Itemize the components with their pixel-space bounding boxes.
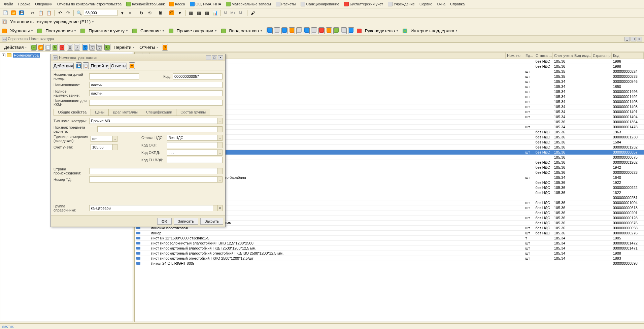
- select-td[interactable]: ...: [89, 176, 223, 183]
- menu-org[interactable]: Учреждение: [386, 1, 417, 7]
- tb11[interactable]: [341, 27, 347, 34]
- calc-button[interactable]: 🖩: [157, 9, 164, 16]
- info-button[interactable]: ⓘ: [168, 9, 175, 16]
- other-ops-button[interactable]: Прочие операции: [175, 28, 218, 34]
- dialog-minimize[interactable]: _: [206, 55, 211, 60]
- select-unit[interactable]: шт...: [91, 136, 117, 142]
- refresh-button[interactable]: ↻: [138, 9, 145, 16]
- menu-sanction[interactable]: Санкционирование: [299, 1, 341, 7]
- tab-specs[interactable]: Спецификации: [142, 109, 176, 116]
- dialog-help[interactable]: ?: [129, 62, 135, 69]
- add-folder-button[interactable]: 📁: [38, 44, 44, 51]
- menu-service[interactable]: Сервис: [417, 1, 434, 7]
- catalog-actions[interactable]: Действия: [2, 44, 29, 51]
- save-button-dialog[interactable]: Записать: [174, 218, 198, 225]
- catalog-reports[interactable]: Отчеты: [137, 44, 160, 51]
- menu-windows[interactable]: Окна: [435, 1, 448, 7]
- table-row[interactable]: Лист гипсокартонный влагостойкий ГКВЛ 25…: [135, 246, 644, 251]
- catalog-close[interactable]: ×: [637, 37, 642, 41]
- manager-button[interactable]: Руководителю: [363, 28, 400, 34]
- tb2[interactable]: [274, 27, 280, 34]
- accept-button[interactable]: Принятие к учету: [87, 28, 130, 34]
- dialog-maximize[interactable]: □: [212, 55, 217, 60]
- ok-button[interactable]: OK: [157, 218, 172, 225]
- search-button[interactable]: 🔍: [76, 9, 82, 16]
- copy-item-button[interactable]: 📄: [45, 44, 51, 51]
- save-button[interactable]: 💾: [18, 9, 25, 16]
- catalog-restore[interactable]: ❐: [631, 37, 636, 41]
- filter2-button[interactable]: ▽: [96, 44, 102, 51]
- input-nomno[interactable]: [89, 73, 139, 79]
- tb8[interactable]: [318, 27, 325, 34]
- internet-support-button[interactable]: Интернет-поддержка: [409, 28, 460, 34]
- org-set-button[interactable]: Установить текущее учреждение (F11): [8, 19, 96, 25]
- select-calcattr[interactable]: ...: [97, 126, 223, 132]
- writeoff-button[interactable]: Списание: [138, 28, 166, 34]
- style-button[interactable]: 🖌: [249, 9, 256, 16]
- move-button[interactable]: ↗: [74, 44, 80, 51]
- select-acct[interactable]: 105.36...: [91, 144, 117, 150]
- col-kind[interactable]: Вид иму...: [573, 53, 591, 59]
- tb4[interactable]: [289, 27, 295, 34]
- col-nomno[interactable]: Ном. но...: [506, 53, 524, 59]
- dialog-actions[interactable]: Действия: [53, 63, 74, 69]
- journals-button[interactable]: Журналы: [8, 28, 35, 34]
- add-button[interactable]: +: [31, 44, 37, 51]
- input-name[interactable]: [89, 82, 223, 88]
- balances-button[interactable]: Ввод остатков: [227, 28, 264, 34]
- search-drop-button[interactable]: ▾: [119, 9, 126, 16]
- table-row[interactable]: Лист гипсоволокнистый влагостойкий ГВЛВ …: [135, 241, 644, 246]
- tb12[interactable]: [348, 27, 354, 34]
- tb1[interactable]: [267, 27, 273, 34]
- tb6[interactable]: [304, 27, 310, 34]
- tb5[interactable]: [296, 27, 302, 34]
- col-vat[interactable]: Ставка ...: [534, 53, 553, 59]
- menu-edit[interactable]: Правка: [16, 1, 32, 7]
- search-input[interactable]: [84, 10, 117, 16]
- dialog-goto[interactable]: Перейти: [90, 63, 109, 69]
- input-fullname[interactable]: [89, 90, 223, 96]
- menu-treasury[interactable]: Казначейство/Банк: [124, 1, 167, 7]
- tb7[interactable]: [311, 27, 317, 34]
- catalog-minimize[interactable]: _: [624, 37, 630, 41]
- table-row[interactable]: Литол 24 OIL RIGHT 800г000000000898: [135, 261, 644, 266]
- col-code[interactable]: Код: [612, 53, 644, 59]
- income-button[interactable]: Поступления: [43, 28, 78, 34]
- close-button-dialog[interactable]: Закрыть: [200, 218, 223, 225]
- table-row[interactable]: Лист гипсокартонный огнестойкий ГКЛО 250…: [135, 256, 644, 261]
- col-country[interactable]: Страна пр...: [591, 53, 612, 59]
- cut-button[interactable]: ✂: [29, 9, 36, 16]
- select-okp[interactable]: ...: [167, 142, 223, 148]
- select-type[interactable]: Прочие МЗ...: [89, 118, 223, 124]
- copy-button[interactable]: 📋: [37, 9, 44, 16]
- input-kkm[interactable]: [89, 100, 223, 106]
- filter-off-button[interactable]: ▽: [89, 44, 95, 51]
- dialog-reports[interactable]: Отчеты: [110, 63, 127, 69]
- catalog-goto[interactable]: Перейти: [111, 44, 136, 51]
- info-drop[interactable]: ▾: [176, 9, 183, 16]
- paste-button[interactable]: 📋: [45, 9, 52, 16]
- table-row[interactable]: Лист г/к 12*1500*6000 ст3сп/пс1-5т105.34…: [135, 236, 644, 241]
- menu-os[interactable]: ОС, НМА, НПА: [188, 1, 223, 7]
- col-unit[interactable]: Ед...: [524, 53, 534, 59]
- dialog-titlebar[interactable]: ▭Номенклатура: ластик _ □ ×: [51, 54, 225, 61]
- clear-button[interactable]: ×: [127, 9, 134, 16]
- tb9[interactable]: [326, 27, 332, 34]
- input-tnved[interactable]: [167, 157, 223, 163]
- delete-button[interactable]: ×: [59, 44, 65, 51]
- edit-button[interactable]: ✎: [52, 44, 58, 51]
- tab-group[interactable]: Состав группы: [176, 109, 210, 116]
- redo-button[interactable]: ↷: [65, 9, 71, 16]
- grid3-button[interactable]: ▦: [204, 9, 210, 16]
- menu-accounting[interactable]: Бухгалтерский учет: [342, 1, 385, 7]
- menu-operations[interactable]: Операции: [33, 1, 54, 7]
- select-group[interactable]: канцтовары...×: [89, 205, 223, 211]
- tb10[interactable]: [333, 27, 339, 34]
- select-type-btn[interactable]: ...: [217, 118, 222, 124]
- grid2-button[interactable]: ▦: [196, 9, 202, 16]
- select-country[interactable]: ...: [89, 168, 223, 174]
- menu-help[interactable]: Справка: [448, 1, 467, 7]
- menu-file[interactable]: Файл: [2, 1, 15, 7]
- tree-expand-icon[interactable]: +: [2, 54, 5, 57]
- tab-precmetals[interactable]: Драг. металлы: [108, 109, 142, 116]
